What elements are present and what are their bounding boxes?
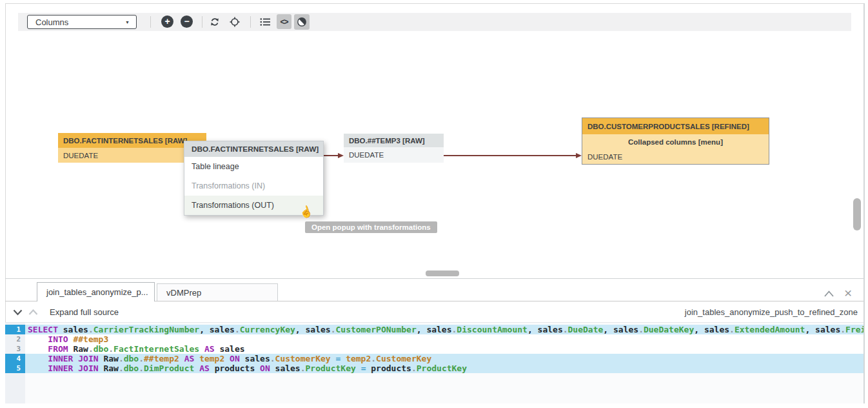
line-number: 2 [5,334,25,344]
tooltip: Open popup with transformations [305,221,437,233]
horizontal-scrollbar-thumb[interactable] [426,270,459,276]
line-number: 1 [5,325,25,334]
code-line: 2 INTO ##temp3 [5,334,863,344]
code-line-content: INTO ##temp3 [25,334,863,344]
line-number: 4 [5,354,25,363]
chevron-up-icon [28,309,38,316]
crosshair-icon [230,17,240,27]
line-number: 3 [5,344,25,354]
source-name: join_tables_anonymize_push_to_refined_zo… [685,307,858,317]
node-title[interactable]: DBO.CUSTOMERPRODUCTSALES [REFINED] [582,118,769,134]
divider [150,16,151,28]
chevron-down-icon: ▼ [125,20,130,25]
code-line-content: INNER JOIN Raw.dbo.DimProduct AS product… [25,363,863,373]
zoom-in-button[interactable]: + [161,15,173,28]
frame-top-border [5,3,864,4]
node-title[interactable]: DBO.##TEMP3 [RAW] [344,134,444,147]
arrowhead-icon [576,153,582,158]
divider [202,16,202,28]
arrowhead-icon [338,153,344,158]
panel-separator [5,278,863,279]
code-line-content: INNER JOIN Raw.dbo.##temp2 AS temp2 ON s… [25,354,863,363]
fit-to-screen-button[interactable] [230,17,240,27]
edge-temp3-to-cps [444,155,577,156]
code-line-content: SELECT sales.CarrierTrackingNumber, sale… [25,325,863,334]
plus-icon: + [164,15,170,28]
context-menu: DBO.FACTINTERNETSALES [RAW] Table lineag… [184,141,324,216]
tab-join-tables-anonymize[interactable]: join_tables_anonymize_p... [37,282,155,301]
contrast-icon [297,17,307,27]
expand-full-source[interactable]: Expand full source [50,307,119,317]
collapse-up-button[interactable] [28,309,38,316]
refresh-icon [210,17,220,27]
node-column-duedate[interactable]: DUEDATE [344,147,444,163]
minus-icon: − [184,15,189,28]
code-line: 1SELECT sales.CarrierTrackingNumber, sal… [5,325,863,334]
context-menu-title: DBO.FACTINTERNETSALES [RAW] [184,141,323,157]
edge-fact-to-temp3 [322,155,339,156]
columns-dropdown[interactable]: Columns ▼ [27,15,137,29]
node-temp3[interactable]: DBO.##TEMP3 [RAW] DUEDATE [344,134,444,163]
collapse-panel-button[interactable] [824,290,834,298]
code-lines: 1SELECT sales.CarrierTrackingNumber, sal… [5,325,863,373]
list-icon [260,17,271,26]
columns-dropdown-label: Columns [35,17,68,27]
code-line: 3 FROM Raw.dbo.FactInternetSales AS sale… [5,344,863,354]
tab-label: vDMPrep [166,288,201,298]
contrast-toggle-button[interactable] [294,14,310,30]
lineage-app: Columns ▼ + − [0,0,868,408]
collapsed-columns-menu[interactable]: Collapsed columns [menu] [582,134,769,149]
code-line-content: FROM Raw.dbo.FactInternetSales AS sales [25,344,863,354]
divider [250,16,251,28]
vertical-scrollbar-thumb[interactable] [853,198,861,230]
tab-label: join_tables_anonymize_p... [46,287,148,297]
close-panel-button[interactable]: × [844,288,852,298]
line-number: 5 [5,363,25,373]
sql-source-viewer[interactable]: 1SELECT sales.CarrierTrackingNumber, sal… [5,323,863,403]
expand-down-button[interactable] [13,309,23,316]
chevron-up-icon [824,290,834,298]
tab-vdmprep[interactable]: vDMPrep [157,283,278,301]
diagram-toolbar: Columns ▼ + − [18,13,851,31]
code-icon: <> [280,17,288,26]
menu-item-transformations-in: Transformations (IN) [184,176,323,196]
code-line: 4 INNER JOIN Raw.dbo.##temp2 AS temp2 ON… [5,354,863,363]
node-column-duedate[interactable]: DUEDATE [582,149,769,164]
list-view-button[interactable] [260,17,271,26]
zoom-out-button[interactable]: − [181,15,193,28]
frame-right-border [863,3,865,403]
menu-item-table-lineage[interactable]: Table lineage [184,157,323,176]
code-line: 5 INNER JOIN Raw.dbo.DimProduct AS produ… [5,363,863,373]
node-customerproductsales[interactable]: DBO.CUSTOMERPRODUCTSALES [REFINED] Colla… [582,117,769,165]
code-view-button[interactable]: <> [277,14,291,29]
chevron-down-icon [13,309,23,316]
refresh-button[interactable] [210,17,220,27]
